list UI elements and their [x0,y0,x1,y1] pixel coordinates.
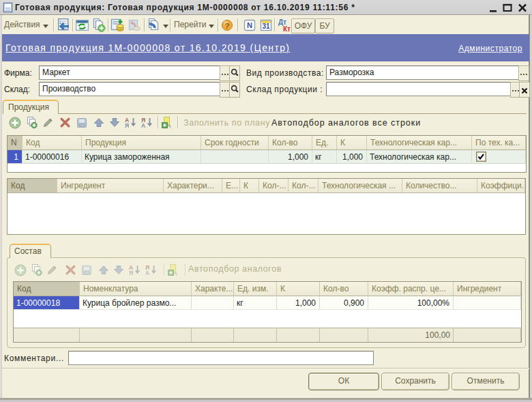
svg-text:N: N [247,21,252,29]
svg-text:Я: Я [129,270,133,276]
svg-text:t: t [176,272,177,276]
svg-text:ток: ток [84,271,89,274]
svg-text:Я: Я [125,122,129,128]
svg-text:31: 31 [262,23,270,30]
svg-text:А: А [145,270,149,276]
svg-text:t: t [170,124,171,129]
svg-text:ток: ток [80,124,85,127]
svg-text:Кт: Кт [283,25,291,32]
svg-text:?: ? [224,22,229,30]
svg-text:А: А [141,122,145,128]
